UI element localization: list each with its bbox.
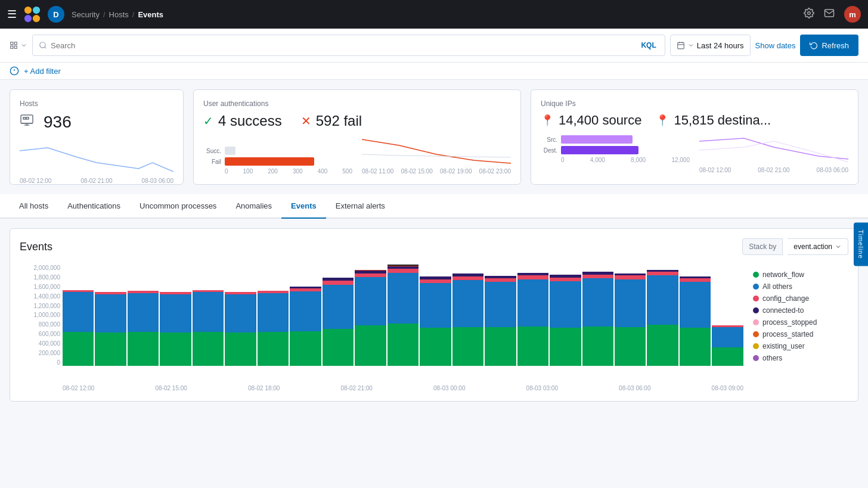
date-range-selector[interactable]: Last 24 hours [670, 35, 751, 56]
events-bars [63, 265, 743, 366]
bar-2 [128, 291, 159, 366]
ips-title: Unique IPs [541, 100, 848, 108]
stack-by-chevron [835, 243, 842, 250]
calendar-icon [677, 41, 685, 49]
legend-process-stopped: process_stopped [753, 318, 848, 327]
timeline-tab[interactable]: Timeline [854, 222, 868, 266]
legend-connected-to: connected-to [753, 306, 848, 315]
events-section: Events Stack by event.action 2,000,000 1… [10, 228, 858, 402]
breadcrumb: Security / Hosts / Events [72, 10, 796, 19]
y-axis: 2,000,000 1,800,000 1,600,000 1,400,000 … [20, 265, 60, 366]
tabs-row: All hosts Authentications Uncommon proce… [0, 194, 868, 219]
bar-17 [615, 273, 646, 366]
topnav: ☰ D Security / Hosts / Events m [0, 0, 868, 29]
svg-point-0 [24, 7, 32, 14]
tab-authentications[interactable]: Authentications [58, 194, 130, 219]
chevron-down-icon [687, 42, 695, 49]
ips-chart: Src. Dest. 04,0008,00012,000 08-02 12:00 [541, 135, 848, 173]
mail-icon[interactable] [824, 8, 835, 21]
ips-card: Unique IPs 📍 14,400 source 📍 15,815 dest… [531, 89, 858, 185]
bar-0 [63, 290, 94, 366]
kql-badge[interactable]: KQL [638, 40, 658, 51]
stack-by-label: Stack by [742, 238, 783, 255]
stack-by-value: event.action [793, 243, 832, 251]
user-avatar-m[interactable]: m [844, 6, 861, 23]
legend-existing-user: existing_user [753, 342, 848, 350]
search-input-wrap: KQL [32, 35, 665, 56]
date-range-label: Last 24 hours [697, 41, 744, 50]
search-input[interactable] [51, 41, 635, 50]
timeline-label: Timeline [857, 229, 864, 259]
searchbar: KQL Last 24 hours Show dates Refresh [0, 29, 868, 63]
svg-point-9 [40, 42, 45, 48]
dest-count: 15,815 destina... [674, 113, 771, 128]
search-type-selector[interactable] [10, 41, 27, 49]
tab-all-hosts[interactable]: All hosts [10, 194, 58, 219]
bar-4 [193, 290, 224, 366]
bar-3 [160, 292, 191, 366]
hosts-chart-labels: 08-02 12:00 08-02 21:00 08-03 06:00 [20, 178, 173, 184]
bar-12 [452, 273, 483, 366]
source-ip-icon: 📍 [541, 114, 554, 127]
events-chart-area: 2,000,000 1,800,000 1,600,000 1,400,000 … [20, 265, 743, 384]
svg-point-4 [808, 12, 811, 15]
chart-legend: network_flow All others config_change co… [753, 265, 848, 391]
bar-19 [680, 276, 711, 366]
hosts-title: Hosts [20, 100, 173, 108]
menu-icon[interactable]: ☰ [7, 8, 17, 21]
refresh-icon [810, 41, 818, 49]
svg-rect-20 [26, 117, 29, 119]
breadcrumb-security[interactable]: Security [72, 10, 100, 19]
svg-point-3 [33, 15, 40, 22]
add-filter-button[interactable]: + Add filter [24, 67, 61, 76]
logo [24, 6, 41, 23]
refresh-label: Refresh [822, 41, 849, 50]
hosts-main: 936 [20, 113, 173, 132]
x-axis: 08-02 12:00 08-02 15:00 08-02 18:00 08-0… [63, 385, 743, 391]
breadcrumb-hosts[interactable]: Hosts [109, 10, 129, 19]
bar-5 [225, 292, 256, 366]
bar-7 [290, 287, 321, 366]
bar-18 [647, 270, 678, 366]
auth-card: User authentications ✓ 4 success ✕ 592 f… [193, 89, 521, 185]
breadcrumb-events: Events [138, 10, 163, 19]
legend-network-flow: network_flow [753, 271, 848, 279]
bar-14 [517, 273, 548, 366]
bar-16 [582, 272, 613, 366]
svg-line-10 [45, 47, 46, 49]
hosts-card: Hosts 936 08-02 12:00 08-02 21:00 08-03 … [10, 89, 184, 185]
success-checkmark: ✓ [203, 114, 213, 128]
svg-rect-19 [23, 117, 26, 119]
filter-icon [10, 66, 19, 76]
events-chart-container: 2,000,000 1,800,000 1,600,000 1,400,000 … [20, 265, 848, 391]
hosts-icon [20, 113, 34, 131]
source-count: 14,400 source [559, 113, 641, 128]
dest-ip-icon: 📍 [656, 114, 669, 127]
auth-title: User authentications [203, 100, 511, 108]
legend-others: others [753, 354, 848, 362]
user-avatar-d[interactable]: D [48, 6, 64, 23]
svg-rect-5 [11, 42, 13, 45]
stack-by: Stack by event.action [742, 238, 848, 255]
settings-icon[interactable] [804, 8, 814, 21]
fail-count: 592 fail [316, 113, 362, 129]
auth-chart: Succ. Fail 0100200300400500 08-02 [203, 136, 511, 175]
refresh-button[interactable]: Refresh [800, 35, 858, 56]
tab-external-alerts[interactable]: External alerts [326, 194, 395, 219]
svg-point-2 [24, 15, 32, 22]
stack-by-select[interactable]: event.action [788, 238, 848, 255]
show-dates-button[interactable]: Show dates [755, 41, 796, 50]
tab-events[interactable]: Events [281, 194, 326, 219]
legend-config-change: config_change [753, 294, 848, 303]
tab-anomalies[interactable]: Anomalies [226, 194, 281, 219]
svg-point-1 [33, 7, 40, 14]
svg-rect-11 [678, 42, 684, 49]
bar-8 [323, 278, 354, 366]
search-icon [39, 41, 47, 49]
hosts-chart: 08-02 12:00 08-02 21:00 08-03 06:00 [20, 139, 173, 175]
fail-cross: ✕ [301, 114, 311, 128]
tab-uncommon-processes[interactable]: Uncommon processes [130, 194, 226, 219]
svg-rect-7 [11, 46, 13, 48]
topnav-icons: m [804, 6, 861, 23]
bar-11 [420, 276, 451, 366]
